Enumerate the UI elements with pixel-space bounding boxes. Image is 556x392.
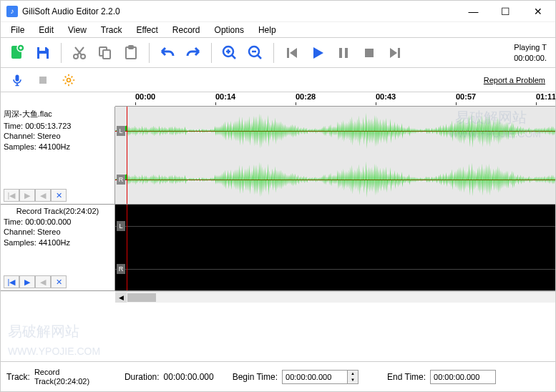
begin-time-field[interactable] xyxy=(283,373,347,381)
tracks-container: 周深-大鱼.flac Time: 00:05:13.723 Channel: S… xyxy=(1,107,555,291)
svg-rect-12 xyxy=(287,48,289,58)
svg-rect-9 xyxy=(129,46,133,49)
waveform-midline xyxy=(115,226,555,227)
track-prev-icon[interactable]: |◀ xyxy=(4,275,19,288)
status-track-value: Record Track(20:24:02) xyxy=(34,368,106,385)
spin-down-icon[interactable]: ▼ xyxy=(348,377,358,383)
menu-edit[interactable]: Edit xyxy=(31,24,61,36)
spin-up-icon[interactable]: ▲ xyxy=(348,371,358,377)
track-waveform[interactable]: L R xyxy=(115,107,555,204)
menu-options[interactable]: Options xyxy=(208,24,251,36)
redo-button[interactable] xyxy=(181,41,205,65)
playing-time: 00:00:00. xyxy=(514,53,547,63)
statusbar: Track: Record Track(20:24:02) Duration: … xyxy=(1,361,555,391)
ruler-tick: 00:00 xyxy=(135,92,155,101)
track-meta: Time: 00:00:00.000 Channel: Stereo Sampl… xyxy=(4,217,112,248)
waveform-channel-right[interactable]: R xyxy=(115,248,555,290)
end-time-field[interactable] xyxy=(431,373,495,381)
begin-time-input[interactable]: ▲▼ xyxy=(282,370,359,384)
scroll-thumb[interactable] xyxy=(127,293,156,302)
track-play-icon[interactable]: ▶ xyxy=(19,275,35,288)
track-controls: |◀ ▶ ◀ ✕ xyxy=(4,189,112,202)
status-begin-label: Begin Time: xyxy=(233,372,278,382)
track-play-icon[interactable]: ▶ xyxy=(19,189,35,202)
menu-file[interactable]: File xyxy=(4,24,31,36)
toolbar-separator xyxy=(149,43,150,63)
waveform-channel-left[interactable]: L xyxy=(115,205,555,248)
undo-button[interactable] xyxy=(155,41,180,65)
play-button[interactable] xyxy=(306,41,330,65)
track-row: 周深-大鱼.flac Time: 00:05:13.723 Channel: S… xyxy=(1,107,555,205)
svg-rect-2 xyxy=(39,47,45,51)
record-stop-button[interactable] xyxy=(31,68,55,92)
menubar: File Edit View Track Effect Record Optio… xyxy=(1,22,555,38)
track-prev-icon[interactable]: |◀ xyxy=(4,189,19,202)
waveform-midline xyxy=(115,269,555,270)
track-close-icon[interactable]: ✕ xyxy=(51,275,67,288)
toolbar-secondary: Report a Problem xyxy=(1,68,555,92)
playback-status: Playing T 00:00:00. xyxy=(514,42,551,63)
record-mic-button[interactable] xyxy=(5,68,29,92)
track-back-icon[interactable]: ◀ xyxy=(35,189,51,202)
waveform-channel-right[interactable]: R xyxy=(115,155,555,204)
end-time-input[interactable] xyxy=(430,370,496,384)
svg-rect-13 xyxy=(339,48,342,58)
horizontal-scrollbar[interactable]: ◀ xyxy=(115,291,555,303)
stop-button[interactable] xyxy=(357,41,381,65)
close-button[interactable]: ✕ xyxy=(522,1,554,22)
menu-effect[interactable]: Effect xyxy=(129,24,165,36)
skip-start-button[interactable] xyxy=(280,41,304,65)
menu-help[interactable]: Help xyxy=(251,24,283,36)
track-name: Record Track(20:24:02) xyxy=(4,207,112,215)
status-duration-value: 00:00:00.000 xyxy=(164,372,214,382)
waveform-channel-left[interactable]: L xyxy=(115,107,555,155)
app-icon: ♪ xyxy=(6,6,18,17)
svg-rect-7 xyxy=(103,50,110,59)
maximize-button[interactable]: ☐ xyxy=(489,1,522,22)
playhead[interactable] xyxy=(127,107,127,204)
zoom-in-button[interactable] xyxy=(218,41,242,65)
settings-button[interactable] xyxy=(57,68,81,92)
track-row: Record Track(20:24:02) Time: 00:00:00.00… xyxy=(1,205,555,291)
playhead[interactable] xyxy=(127,205,127,290)
svg-rect-16 xyxy=(398,48,400,58)
svg-rect-15 xyxy=(365,49,374,57)
window-title: GiliSoft Audio Editor 2.2.0 xyxy=(22,6,457,16)
waveform-svg xyxy=(115,155,555,204)
track-controls: |◀ ▶ ◀ ✕ xyxy=(4,275,112,288)
watermark: WWW.YPOJIE.COM xyxy=(8,346,100,357)
track-back-icon[interactable]: ◀ xyxy=(35,275,51,288)
paste-button[interactable] xyxy=(119,41,143,65)
minimize-button[interactable]: — xyxy=(457,1,489,22)
time-ruler[interactable]: 00:00 00:14 00:28 00:43 00:57 01:11 xyxy=(115,92,555,107)
new-file-button[interactable] xyxy=(5,41,29,65)
svg-rect-17 xyxy=(16,74,19,81)
menu-view[interactable]: View xyxy=(61,24,94,36)
status-duration-label: Duration: xyxy=(125,372,160,382)
cut-button[interactable] xyxy=(67,41,92,65)
track-close-icon[interactable]: ✕ xyxy=(51,189,67,202)
svg-rect-18 xyxy=(39,77,47,84)
track-waveform[interactable]: L R xyxy=(115,205,555,290)
track-name: 周深-大鱼.flac xyxy=(4,109,112,119)
menu-track[interactable]: Track xyxy=(94,24,130,36)
toolbar-separator xyxy=(273,43,274,63)
track-info-panel: Record Track(20:24:02) Time: 00:00:00.00… xyxy=(1,205,115,290)
skip-end-button[interactable] xyxy=(383,41,407,65)
svg-rect-3 xyxy=(39,54,47,59)
waveform-svg xyxy=(115,107,555,155)
copy-button[interactable] xyxy=(93,41,117,65)
toolbar-separator xyxy=(211,43,212,63)
save-button[interactable] xyxy=(31,41,55,65)
scroll-left-icon[interactable]: ◀ xyxy=(115,293,127,303)
pause-button[interactable] xyxy=(331,41,356,65)
zoom-out-button[interactable] xyxy=(243,41,268,65)
playing-label: Playing T xyxy=(514,42,547,52)
ruler-tick: 00:57 xyxy=(456,92,476,101)
track-meta: Time: 00:05:13.723 Channel: Stereo Sampl… xyxy=(4,121,112,152)
report-problem-link[interactable]: Report a Problem xyxy=(484,76,551,84)
menu-record[interactable]: Record xyxy=(165,24,208,36)
channel-label-r: R xyxy=(117,175,125,185)
channel-label-l: L xyxy=(117,221,125,231)
status-track-label: Track: xyxy=(6,372,30,382)
